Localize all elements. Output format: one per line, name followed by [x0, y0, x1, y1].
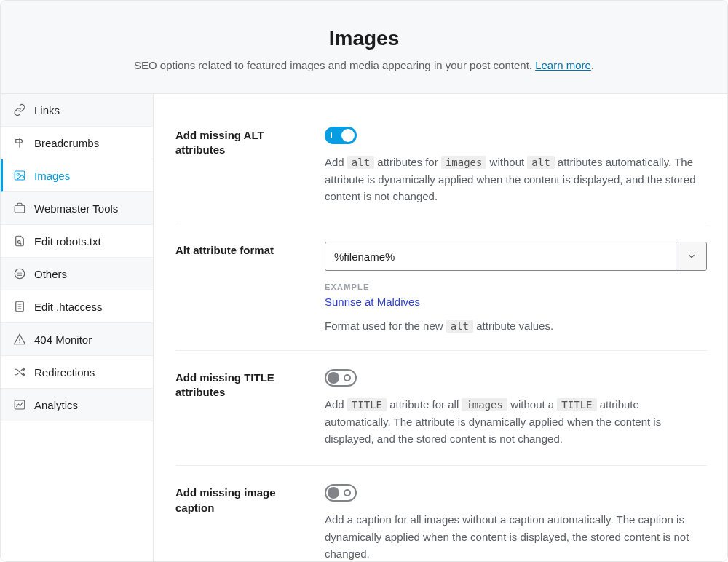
sidebar-item-label: Redirections — [34, 366, 95, 379]
briefcase-icon — [12, 201, 27, 215]
select-value: %filename% — [325, 242, 676, 270]
learn-more-link[interactable]: Learn more — [535, 59, 591, 71]
svg-rect-0 — [15, 171, 25, 180]
setting-label: Add missing ALT attributes — [175, 127, 310, 205]
svg-point-3 — [17, 241, 20, 244]
example-value: Sunrise at Maldives — [325, 296, 707, 308]
sidebar-item-label: Breadcrumbs — [34, 137, 99, 149]
sidebar-item-edit-htaccess[interactable]: Edit .htaccess — [1, 290, 153, 323]
page-header: Images SEO options related to featured i… — [1, 1, 727, 94]
page-subtitle: SEO options related to featured images a… — [15, 59, 713, 71]
alert-icon — [12, 332, 27, 347]
example-label: EXAMPLE — [325, 282, 707, 291]
sidebar-item-label: Webmaster Tools — [34, 202, 118, 215]
setting-description: Add a caption for all images without a c… — [325, 511, 707, 561]
sidebar-item-redirections[interactable]: Redirections — [1, 356, 153, 389]
list-circle-icon — [12, 266, 27, 281]
sidebar-item-images[interactable]: Images — [1, 159, 153, 192]
toggle-title-missing[interactable] — [325, 369, 357, 387]
signpost-icon — [12, 135, 27, 150]
sidebar-item-analytics[interactable]: Analytics — [1, 389, 153, 422]
setting-label: Add missing TITLE attributes — [175, 369, 310, 447]
setting-title-missing: Add missing TITLE attributes Add TITLE a… — [175, 351, 707, 466]
sidebar-item-label: Edit .htaccess — [34, 301, 102, 313]
setting-alt-format: Alt attribute format %filename% EXAMPLE … — [175, 223, 707, 351]
format-description: Format used for the new alt attribute va… — [325, 320, 707, 332]
sidebar-item-breadcrumbs[interactable]: Breadcrumbs — [1, 127, 153, 159]
image-icon — [12, 168, 27, 183]
toggle-alt-missing[interactable] — [325, 127, 357, 144]
sidebar-item-label: Edit robots.txt — [34, 235, 101, 248]
sidebar-item-label: Analytics — [34, 399, 78, 411]
sidebar-item-others[interactable]: Others — [1, 258, 153, 290]
sidebar-item-webmaster-tools[interactable]: Webmaster Tools — [1, 192, 153, 225]
setting-description: Add TITLE attribute for all images witho… — [325, 396, 707, 447]
sidebar-item-edit-robots[interactable]: Edit robots.txt — [1, 225, 153, 258]
setting-alt-missing: Add missing ALT attributes Add alt attri… — [175, 116, 707, 223]
setting-label: Alt attribute format — [175, 242, 310, 332]
sidebar-item-label: 404 Monitor — [34, 333, 92, 346]
svg-point-1 — [17, 173, 19, 175]
setting-description: Add alt attributes for images without al… — [325, 154, 707, 205]
sidebar-item-label: Links — [34, 104, 60, 116]
shuffle-icon — [12, 365, 27, 379]
settings-content: Add missing ALT attributes Add alt attri… — [154, 94, 727, 561]
toggle-caption-missing[interactable] — [325, 484, 357, 502]
sidebar-item-label: Images — [34, 170, 70, 182]
setting-label: Add missing image caption — [175, 484, 310, 561]
svg-rect-2 — [15, 205, 25, 213]
link-icon — [12, 103, 27, 117]
sidebar-item-links[interactable]: Links — [1, 94, 153, 127]
setting-caption-missing: Add missing image caption Add a caption … — [175, 466, 707, 561]
file-search-icon — [12, 234, 27, 248]
svg-point-6 — [19, 342, 20, 343]
sidebar: Links Breadcrumbs Images Webmaster Tools — [1, 94, 154, 561]
document-icon — [12, 299, 27, 314]
settings-panel: Images SEO options related to featured i… — [0, 0, 728, 562]
chart-icon — [12, 397, 27, 412]
chevron-down-icon — [676, 242, 706, 270]
page-title: Images — [15, 27, 713, 50]
alt-format-select[interactable]: %filename% — [325, 242, 707, 271]
sidebar-item-404-monitor[interactable]: 404 Monitor — [1, 323, 153, 356]
sidebar-item-label: Others — [34, 268, 67, 280]
